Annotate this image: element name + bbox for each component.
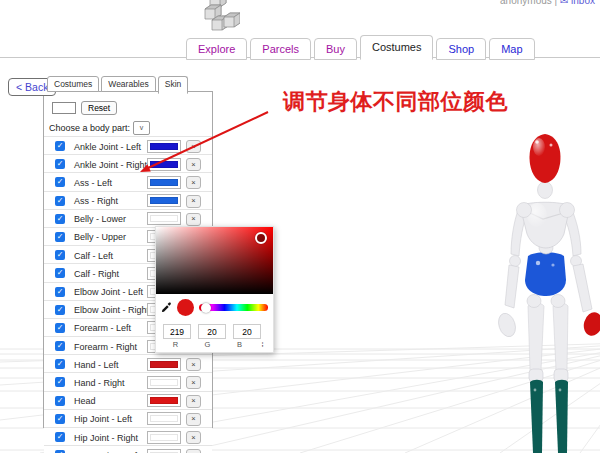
body-part-checkbox[interactable]: ✓ <box>55 196 65 206</box>
choose-body-part-label: Choose a body part: <box>49 123 130 133</box>
color-picker-popup: R G B ⁞ <box>155 226 274 353</box>
body-part-checkbox[interactable]: ✓ <box>55 359 65 369</box>
body-part-row: ✓Belly - Lower× <box>44 209 212 227</box>
remove-color-button[interactable]: × <box>186 395 201 408</box>
body-part-color-swatch[interactable] <box>147 394 181 407</box>
mannequin-forearm-left <box>573 264 592 312</box>
body-part-checkbox[interactable]: ✓ <box>55 214 65 224</box>
tab-map[interactable]: Map <box>489 38 534 60</box>
body-part-checkbox[interactable]: ✓ <box>55 341 65 351</box>
r-input[interactable] <box>163 324 191 339</box>
remove-color-button[interactable]: × <box>186 140 201 153</box>
tab-parcels[interactable]: Parcels <box>250 38 311 60</box>
panel-tab-wearables[interactable]: Wearables <box>101 76 155 92</box>
remove-color-button[interactable]: × <box>186 431 201 444</box>
body-part-dropdown[interactable]: v <box>133 121 150 135</box>
body-part-color-swatch[interactable] <box>147 449 181 453</box>
reset-button[interactable]: Reset <box>81 101 117 115</box>
rgb-labels: R G B ⁞ <box>156 340 273 349</box>
body-part-checkbox[interactable]: ✓ <box>55 323 65 333</box>
body-part-color-swatch[interactable] <box>147 376 181 389</box>
body-part-checkbox[interactable]: ✓ <box>55 396 65 406</box>
body-part-color-swatch[interactable] <box>147 158 181 171</box>
mannequin-hand-left <box>581 310 600 338</box>
head-highlight-dot <box>535 140 539 144</box>
body-part-checkbox[interactable]: ✓ <box>55 232 65 242</box>
panel-tab-skin[interactable]: Skin <box>158 76 189 94</box>
body-part-color-swatch[interactable] <box>147 176 181 189</box>
mannequin-thigh-left <box>553 303 568 373</box>
mannequin-hand-right <box>496 311 519 339</box>
body-part-color-swatch[interactable] <box>147 412 181 425</box>
current-color-swatch[interactable] <box>52 102 76 114</box>
body-part-checkbox[interactable]: ✓ <box>55 141 65 151</box>
picker-current-color <box>177 299 194 316</box>
choose-body-part-row: Choose a body part: v <box>49 121 150 135</box>
body-part-label: Hip Joint - Left <box>74 414 132 424</box>
remove-color-button[interactable]: × <box>186 176 201 189</box>
inbox-link[interactable]: ✉ inbox <box>560 0 595 6</box>
remove-color-button[interactable]: × <box>186 195 201 208</box>
body-part-label: Hand - Left <box>74 360 119 370</box>
eyedropper-icon[interactable] <box>161 302 172 313</box>
body-part-checkbox[interactable]: ✓ <box>55 432 65 442</box>
tab-explore[interactable]: Explore <box>186 38 247 60</box>
body-part-label: Belly - Lower <box>74 214 126 224</box>
body-part-color-swatch[interactable] <box>147 140 181 153</box>
body-part-checkbox[interactable]: ✓ <box>55 159 65 169</box>
tab-costumes[interactable]: Costumes <box>360 35 434 60</box>
saturation-area[interactable] <box>156 227 273 294</box>
mannequin-hip-right <box>527 295 541 308</box>
account-status: anonymous | ✉ inbox <box>500 0 595 6</box>
body-part-row: ✓Knee Joint - Left× <box>44 445 212 453</box>
mannequin-shoulder-left <box>560 203 575 218</box>
body-part-checkbox[interactable]: ✓ <box>55 268 65 278</box>
body-part-row: ✓Ass - Right× <box>44 191 212 209</box>
mannequin-elbow-right <box>510 256 521 267</box>
g-input[interactable] <box>198 324 226 339</box>
body-part-color-swatch[interactable] <box>147 431 181 444</box>
remove-color-button[interactable]: × <box>186 158 201 171</box>
saturation-cursor[interactable] <box>255 232 267 244</box>
avatar-mannequin <box>480 120 600 453</box>
reset-row: Reset <box>52 101 117 115</box>
pelvis-highlight <box>536 261 540 265</box>
body-part-checkbox[interactable]: ✓ <box>55 414 65 424</box>
remove-color-button[interactable]: × <box>186 376 201 389</box>
tab-shop[interactable]: Shop <box>436 38 486 60</box>
tab-buy[interactable]: Buy <box>314 38 357 60</box>
remove-color-button[interactable]: × <box>186 449 201 453</box>
panel-tab-costumes[interactable]: Costumes <box>47 76 99 92</box>
picker-controls <box>156 294 273 321</box>
hue-handle[interactable] <box>201 303 211 313</box>
b-label: B <box>227 340 252 349</box>
body-part-label: Calf - Right <box>74 269 119 279</box>
body-part-label: Forearm - Right <box>74 342 137 352</box>
remove-color-button[interactable]: × <box>186 213 201 226</box>
main-tabs: ExploreParcelsBuyCostumesShopMap <box>186 35 535 60</box>
body-part-checkbox[interactable]: ✓ <box>55 377 65 387</box>
body-part-checkbox[interactable]: ✓ <box>55 250 65 260</box>
body-part-color-swatch[interactable] <box>147 358 181 371</box>
body-part-checkbox[interactable]: ✓ <box>55 305 65 315</box>
body-part-checkbox[interactable]: ✓ <box>55 287 65 297</box>
body-part-label: Ass - Left <box>74 178 112 188</box>
color-mode-toggle[interactable]: ⁞ <box>259 340 266 349</box>
body-part-row: ✓Ankle Joint - Right× <box>44 154 212 172</box>
mannequin-shoulder-right <box>517 203 532 218</box>
mannequin-calf-left <box>555 380 568 453</box>
body-part-label: Ankle Joint - Right <box>74 160 147 170</box>
b-input[interactable] <box>233 324 261 339</box>
body-part-row: ✓Ass - Left× <box>44 172 212 190</box>
body-part-checkbox[interactable]: ✓ <box>55 177 65 187</box>
body-part-row: ✓Hand - Right× <box>44 372 212 390</box>
annotation-text: 调节身体不同部位颜色 <box>283 87 508 117</box>
hue-slider[interactable] <box>199 304 268 311</box>
body-part-label: Belly - Upper <box>74 232 126 242</box>
body-part-color-swatch[interactable] <box>147 194 181 207</box>
remove-color-button[interactable]: × <box>186 413 201 426</box>
body-part-color-swatch[interactable] <box>147 212 181 225</box>
remove-color-button[interactable]: × <box>186 358 201 371</box>
mannequin-pelvis <box>525 252 566 296</box>
body-part-label: Elbow Joint - Left <box>74 287 143 297</box>
